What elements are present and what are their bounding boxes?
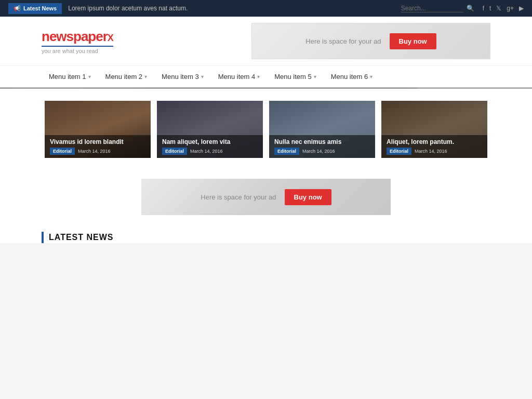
chevron-down-icon-1: ▾	[88, 74, 91, 79]
card-4[interactable]: Aliquet, lorem pantum. Editorial March 1…	[381, 101, 487, 158]
card-1-badge: Editorial	[50, 148, 75, 155]
nav-item-5[interactable]: Menu item 5 ▾	[267, 66, 324, 87]
logo: newspaperX you are what you read	[42, 29, 113, 54]
ad-banner-2: Here is space for your ad Buy now	[141, 179, 391, 215]
ad-section-2: Here is space for your ad Buy now	[0, 170, 532, 223]
hero-side-top: Nunc hendrerit egestas amus ad arcu im u…	[418, 88, 532, 88]
ad-buy-now-button-2[interactable]: Buy now	[285, 189, 331, 205]
ad-banner-2-text: Here is space for your ad	[201, 193, 276, 201]
ad-banner-text: Here is space for your ad	[305, 37, 381, 45]
card-4-badge: Editorial	[387, 148, 411, 155]
hero-left-panel: R	[0, 88, 83, 88]
googleplus-icon[interactable]: g+	[507, 5, 514, 12]
logo-text: newspaperX	[42, 29, 113, 45]
header-buy-now-button[interactable]: Buy now	[390, 33, 436, 49]
latest-news-accent-bar	[42, 232, 44, 243]
facebook-icon[interactable]: f	[483, 5, 484, 12]
card-4-overlay: Aliquet, lorem pantum. Editorial March 1…	[381, 135, 487, 158]
latest-news-badge: 📢 Latest News	[8, 3, 62, 14]
card-4-meta: Editorial March 14, 2016	[387, 148, 482, 155]
card-3-date: March 14, 2016	[302, 149, 335, 154]
tumblr-icon[interactable]: t	[489, 5, 491, 12]
card-2[interactable]: Nam aliquet, lorem vita Editorial March …	[157, 101, 263, 158]
youtube-icon[interactable]: ▶	[519, 5, 524, 12]
card-1-date: March 14, 2016	[78, 149, 111, 154]
hero-main-overlay: Sed purus velit, finibus non semper nonu…	[83, 88, 418, 88]
social-icons: f t 𝕏 g+ ▶	[483, 5, 524, 12]
chevron-down-icon-3: ▾	[201, 74, 204, 79]
logo-main: newspaper	[42, 29, 108, 44]
card-4-title: Aliquet, lorem pantum.	[387, 138, 482, 145]
search-input[interactable]	[401, 5, 463, 12]
search-icon[interactable]: 🔍	[467, 5, 474, 12]
card-grid: Vivamus id lorem blandit Editorial March…	[0, 88, 532, 170]
megaphone-icon: 📢	[14, 5, 21, 12]
nav-item-2-label: Menu item 2	[105, 73, 143, 81]
card-3-badge: Editorial	[274, 148, 299, 155]
chevron-down-icon-4: ▾	[257, 74, 260, 79]
logo-x: X	[108, 33, 113, 43]
nav-item-4-label: Menu item 4	[218, 73, 256, 81]
latest-news-header: LATEST NEWS	[42, 232, 490, 243]
latest-news-heading: LATEST NEWS	[49, 233, 113, 242]
card-1-overlay: Vivamus id lorem blandit Editorial March…	[45, 135, 151, 158]
ticker-text: Lorem ipsum dolor acetum aves nat actum.	[68, 5, 401, 12]
card-3-title: Nulla nec enimus amis	[274, 138, 370, 145]
chevron-down-icon-2: ▾	[144, 74, 147, 79]
hero-section: R Sed purus velit, finibus non semper no…	[0, 88, 532, 88]
header-ad-banner: Here is space for your ad Buy now	[251, 23, 490, 59]
nav-item-3[interactable]: Menu item 3 ▾	[154, 66, 211, 87]
nav-bar: Menu item 1 ▾ Menu item 2 ▾ Menu item 3 …	[0, 66, 532, 88]
card-2-badge: Editorial	[162, 148, 187, 155]
hero-side: Nunc hendrerit egestas amus ad arcu im u…	[418, 88, 532, 88]
twitter-icon[interactable]: 𝕏	[496, 5, 501, 12]
nav-item-1-label: Menu item 1	[49, 73, 86, 81]
nav-item-4[interactable]: Menu item 4 ▾	[211, 66, 268, 87]
logo-tagline: you are what you read	[42, 46, 113, 54]
latest-news-label: Latest News	[23, 5, 57, 11]
chevron-down-icon-5: ▾	[314, 74, 316, 79]
nav-item-2[interactable]: Menu item 2 ▾	[98, 66, 155, 87]
nav-item-5-label: Menu item 5	[274, 73, 312, 81]
card-4-date: March 14, 2016	[415, 149, 447, 154]
nav-item-3-label: Menu item 3	[162, 73, 199, 81]
card-2-overlay: Nam aliquet, lorem vita Editorial March …	[157, 135, 263, 158]
nav-item-6[interactable]: Menu item 6 ▾	[324, 66, 380, 87]
search-area: 🔍	[401, 5, 474, 12]
card-2-date: March 14, 2016	[190, 149, 223, 154]
hero-main: Sed purus velit, finibus non semper nonu…	[83, 88, 418, 88]
hero-left-image: R	[0, 88, 83, 88]
nav-item-1[interactable]: Menu item 1 ▾	[42, 66, 98, 87]
nav-item-6-label: Menu item 6	[331, 73, 368, 81]
card-3-overlay: Nulla nec enimus amis Editorial March 14…	[269, 135, 375, 158]
card-2-meta: Editorial March 14, 2016	[162, 148, 258, 155]
card-2-title: Nam aliquet, lorem vita	[162, 138, 258, 145]
header: newspaperX you are what you read Here is…	[0, 17, 532, 66]
card-1[interactable]: Vivamus id lorem blandit Editorial March…	[45, 101, 151, 158]
card-3[interactable]: Nulla nec enimus amis Editorial March 14…	[269, 101, 375, 158]
chevron-down-icon-6: ▾	[370, 74, 373, 79]
card-1-title: Vivamus id lorem blandit	[50, 138, 145, 145]
top-bar: 📢 Latest News Lorem ipsum dolor acetum a…	[0, 0, 532, 17]
card-1-meta: Editorial March 14, 2016	[50, 148, 145, 155]
latest-news-section: LATEST NEWS	[0, 223, 532, 243]
card-3-meta: Editorial March 14, 2016	[274, 148, 370, 155]
